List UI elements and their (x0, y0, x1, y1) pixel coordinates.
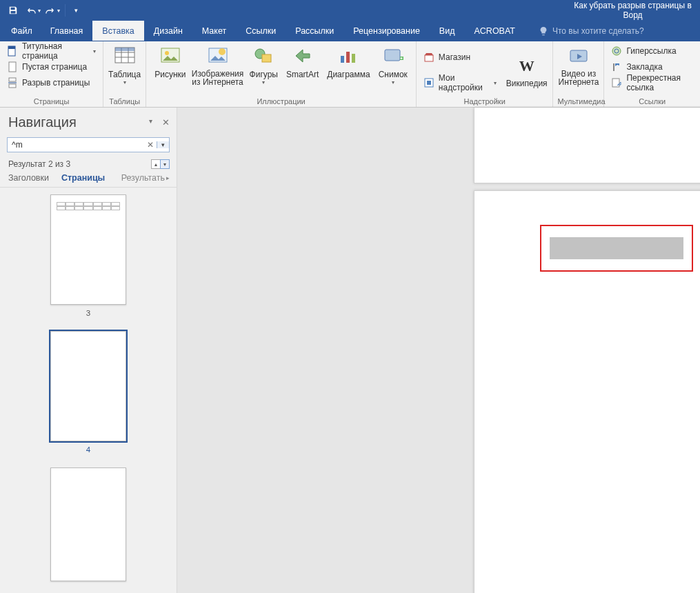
my-addins-button[interactable]: Мои надстройки ▾ (421, 75, 499, 90)
svg-rect-16 (385, 50, 400, 61)
page-break-button[interactable]: Разрыв страницы (4, 75, 92, 90)
redo-button[interactable]: ▾ (43, 2, 61, 19)
pictures-icon (159, 46, 181, 68)
svg-rect-6 (115, 48, 134, 51)
tab-review[interactable]: Рецензирование (343, 21, 430, 41)
my-addins-label: Мои надстройки (439, 73, 488, 92)
svg-rect-13 (341, 56, 344, 63)
svg-rect-18 (425, 55, 433, 61)
svg-point-22 (612, 47, 621, 55)
thumbnail-table-preview (57, 202, 120, 210)
svg-rect-12 (262, 54, 271, 62)
undo-button[interactable]: ▾ (23, 2, 41, 19)
document-title: Как убрать разрыв страницы в Ворд (0, 1, 700, 20)
addins-icon (423, 77, 434, 88)
tab-design[interactable]: Дизайн (144, 21, 192, 41)
blank-page-button[interactable]: Пустая страница (4, 59, 90, 74)
thumbnail-number: 4 (86, 445, 90, 454)
redo-icon (44, 6, 57, 15)
qat-separator (65, 4, 66, 17)
table-label: Таблица (108, 70, 141, 79)
page-thumbnail[interactable] (50, 331, 126, 441)
navpane-title: Навигация (8, 114, 77, 130)
crossref-label: Перекрестная ссылка (626, 73, 693, 92)
screenshot-button[interactable]: Снимок ▾ (374, 43, 412, 85)
svg-rect-20 (427, 81, 431, 85)
tab-view[interactable]: Вид (430, 21, 465, 41)
online-pictures-icon (207, 46, 229, 68)
dropdown-caret-icon: ▾ (262, 81, 265, 85)
online-pictures-button[interactable]: Изображения из Интернета (190, 43, 246, 86)
lightbulb-icon (539, 26, 548, 36)
tab-references[interactable]: Ссылки (236, 21, 286, 41)
svg-rect-2 (9, 62, 16, 72)
bookmark-button[interactable]: Закладка (608, 59, 665, 74)
svg-rect-15 (352, 54, 355, 63)
smartart-button[interactable]: SmartArt (282, 43, 323, 79)
hyperlink-icon (611, 46, 622, 57)
page-thumbnail[interactable] (50, 468, 126, 581)
tab-insert[interactable]: Вставка (92, 21, 143, 41)
chart-icon (337, 46, 359, 68)
store-button[interactable]: Магазин (421, 50, 473, 65)
group-illustrations-label: Иллюстрации (150, 97, 412, 107)
result-prev-button[interactable]: ▴ (151, 159, 161, 169)
navtab-headings[interactable]: Заголовки (8, 173, 49, 183)
dropdown-caret-icon: ▾ (123, 81, 126, 85)
wikipedia-label: Википедия (506, 79, 548, 88)
document-page[interactable] (474, 108, 700, 183)
group-media-label: Мультимедиа (557, 97, 599, 107)
screenshot-label: Снимок (379, 70, 408, 79)
qat-customize[interactable]: ▾ (67, 2, 85, 19)
smartart-icon (292, 46, 314, 68)
online-video-button[interactable]: Видео из Интернета (557, 43, 599, 86)
navtab-pages[interactable]: Страницы (61, 173, 105, 183)
page-thumbnail[interactable] (50, 194, 126, 305)
search-options-button[interactable]: ▾ (157, 141, 169, 148)
navtab-results[interactable]: Результать ▸ (121, 173, 170, 183)
save-button[interactable] (4, 2, 22, 19)
cover-page-label: Титульная страница (22, 41, 88, 61)
blank-page-icon (7, 61, 18, 72)
svg-rect-23 (613, 63, 614, 71)
svg-rect-14 (346, 52, 350, 63)
svg-rect-3 (9, 78, 16, 81)
navpane-search[interactable]: ✕ ▾ (7, 137, 170, 152)
navpane-search-input[interactable] (8, 140, 144, 150)
document-area[interactable] (177, 108, 700, 593)
store-icon (423, 52, 434, 63)
crossref-button[interactable]: Перекрестная ссылка (608, 75, 696, 90)
wikipedia-button[interactable]: W Википедия (505, 52, 548, 88)
shapes-button[interactable]: Фигуры ▾ (246, 43, 282, 85)
tellme-search[interactable]: Что вы хотите сделать? (539, 21, 644, 41)
selected-content-block[interactable] (550, 237, 683, 259)
navpane-close-button[interactable]: ✕ (162, 117, 170, 128)
tellme-placeholder: Что вы хотите сделать? (552, 26, 644, 36)
screenshot-icon (382, 46, 404, 68)
group-addins-label: Надстройки (421, 97, 549, 107)
navpane-menu-caret[interactable]: ▾ (149, 117, 152, 128)
crossref-icon (611, 77, 622, 88)
bookmark-icon (611, 61, 622, 72)
tab-layout[interactable]: Макет (192, 21, 236, 41)
table-button[interactable]: Таблица ▾ (108, 43, 141, 85)
tab-mailings[interactable]: Рассылки (286, 21, 343, 41)
result-next-button[interactable]: ▾ (160, 159, 170, 169)
pictures-button[interactable]: Рисунки (150, 43, 190, 79)
bookmark-label: Закладка (626, 62, 662, 72)
search-clear-button[interactable]: ✕ (144, 140, 157, 150)
ribbon-insert: Титульная страница ▾ Пустая страница Раз… (0, 41, 700, 108)
chart-button[interactable]: Диаграмма (323, 43, 374, 79)
cover-page-button[interactable]: Титульная страница ▾ (4, 43, 99, 59)
video-icon (568, 46, 590, 68)
table-icon (114, 46, 136, 68)
tab-file[interactable]: Файл (3, 21, 41, 41)
hyperlink-button[interactable]: Гиперссылка (608, 43, 679, 59)
svg-rect-4 (9, 84, 16, 88)
cover-page-icon (7, 46, 18, 57)
group-pages-label: Страницы (4, 97, 99, 107)
shapes-icon (252, 46, 274, 68)
thumbnail-number: 3 (86, 309, 90, 317)
tab-acrobat[interactable]: ACROBAT (464, 21, 525, 41)
tab-home[interactable]: Главная (41, 21, 93, 41)
